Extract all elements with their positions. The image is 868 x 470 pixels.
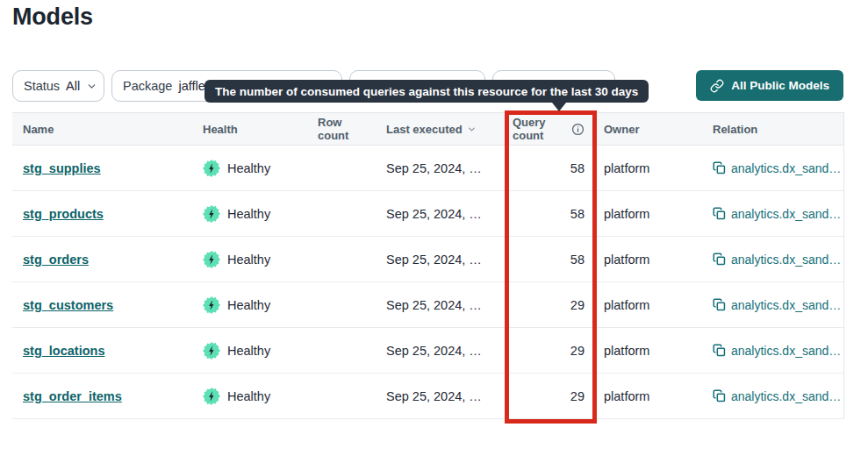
column-header-name: Name <box>12 113 203 145</box>
copy-document-icon <box>713 298 726 311</box>
copy-document-icon <box>713 344 726 357</box>
copy-document-icon <box>713 207 726 220</box>
all-public-models-label: All Public Models <box>731 79 829 92</box>
table-row: stg_supplies Healthy Sep 25, 2024, … 58 … <box>12 146 843 191</box>
health-badge-icon <box>203 342 220 360</box>
model-link[interactable]: stg_orders <box>23 253 89 267</box>
all-public-models-button[interactable]: All Public Models <box>696 70 843 101</box>
health-badge-icon <box>203 296 220 314</box>
health-badge-icon <box>203 388 220 405</box>
health-status-label: Healthy <box>227 161 270 175</box>
health-status-label: Healthy <box>227 253 270 267</box>
table-row: stg_products Healthy Sep 25, 2024, … 58 … <box>12 191 843 237</box>
copy-document-icon <box>713 253 726 266</box>
row-count-cell <box>318 328 374 373</box>
owner-cell: platform <box>597 191 713 236</box>
status-filter-value: All <box>66 79 80 93</box>
link-icon <box>710 79 724 93</box>
column-header-row-count: Row count <box>318 113 374 145</box>
models-page: Models Status All Package jaffle_ All Pu… <box>0 0 868 470</box>
row-count-cell <box>318 374 374 418</box>
table-header-row: Name Health Row count Last executed Quer… <box>12 112 843 146</box>
health-status-label: Healthy <box>227 389 270 403</box>
query-count-tooltip: The number of consumed queries against t… <box>204 80 649 103</box>
health-status-label: Healthy <box>227 298 270 312</box>
models-table: Name Health Row count Last executed Quer… <box>12 112 844 419</box>
owner-cell: platform <box>597 282 713 327</box>
relation-link[interactable]: analytics.dx_sand… <box>731 389 841 403</box>
query-count-cell: 29 <box>513 374 597 418</box>
model-link[interactable]: stg_order_items <box>23 389 122 403</box>
status-filter-dropdown[interactable]: Status All <box>12 70 104 102</box>
table-row: stg_locations Healthy Sep 25, 2024, … 29… <box>12 328 843 374</box>
status-filter-label: Status <box>24 79 60 93</box>
query-count-cell: 29 <box>513 328 597 373</box>
relation-link[interactable]: analytics.dx_sand… <box>731 344 841 358</box>
column-header-query-count: Query count <box>513 113 597 145</box>
column-header-last-executed[interactable]: Last executed <box>374 113 513 145</box>
health-status-label: Healthy <box>227 207 270 221</box>
relation-link[interactable]: analytics.dx_sand… <box>731 298 841 312</box>
model-link[interactable]: stg_customers <box>23 298 113 312</box>
query-count-cell: 58 <box>513 237 597 281</box>
query-count-cell: 58 <box>513 191 597 236</box>
column-header-owner: Owner <box>597 113 713 145</box>
last-executed-cell: Sep 25, 2024, … <box>374 374 513 418</box>
table-row: stg_orders Healthy Sep 25, 2024, … 58 pl… <box>12 237 843 282</box>
health-status-label: Healthy <box>227 344 270 358</box>
row-count-cell <box>318 191 374 236</box>
last-executed-cell: Sep 25, 2024, … <box>374 146 513 190</box>
column-header-relation: Relation <box>713 113 843 145</box>
owner-cell: platform <box>597 328 713 373</box>
row-count-cell <box>318 237 374 281</box>
health-badge-icon <box>203 251 220 268</box>
health-badge-icon <box>203 160 220 177</box>
sort-chevron-icon <box>467 125 477 134</box>
column-header-health: Health <box>203 113 318 145</box>
query-count-cell: 58 <box>513 146 597 190</box>
table-row: stg_customers Healthy Sep 25, 2024, … 29… <box>12 282 843 328</box>
last-executed-cell: Sep 25, 2024, … <box>374 237 513 281</box>
relation-link[interactable]: analytics.dx_sand… <box>731 253 841 267</box>
page-title: Models <box>12 4 93 31</box>
tooltip-caret <box>552 103 566 111</box>
query-count-cell: 29 <box>513 282 597 327</box>
relation-link[interactable]: analytics.dx_sand… <box>731 161 841 175</box>
health-badge-icon <box>203 205 220 223</box>
info-icon[interactable] <box>571 123 585 136</box>
last-executed-cell: Sep 25, 2024, … <box>374 328 513 373</box>
owner-cell: platform <box>597 146 713 190</box>
copy-document-icon <box>713 389 726 402</box>
model-link[interactable]: stg_products <box>23 207 104 221</box>
copy-document-icon <box>713 161 726 174</box>
table-row: stg_order_items Healthy Sep 25, 2024, … … <box>12 374 843 419</box>
relation-link[interactable]: analytics.dx_sand… <box>731 207 841 221</box>
chevron-down-icon <box>86 81 97 92</box>
tooltip-text: The number of consumed queries against t… <box>215 85 638 98</box>
row-count-cell <box>318 282 374 327</box>
owner-cell: platform <box>597 237 713 281</box>
last-executed-cell: Sep 25, 2024, … <box>374 282 513 327</box>
last-executed-cell: Sep 25, 2024, … <box>374 191 513 236</box>
model-link[interactable]: stg_locations <box>23 344 104 358</box>
package-filter-label: Package <box>123 79 172 93</box>
owner-cell: platform <box>597 374 713 418</box>
model-link[interactable]: stg_supplies <box>23 161 101 175</box>
row-count-cell <box>318 146 374 190</box>
